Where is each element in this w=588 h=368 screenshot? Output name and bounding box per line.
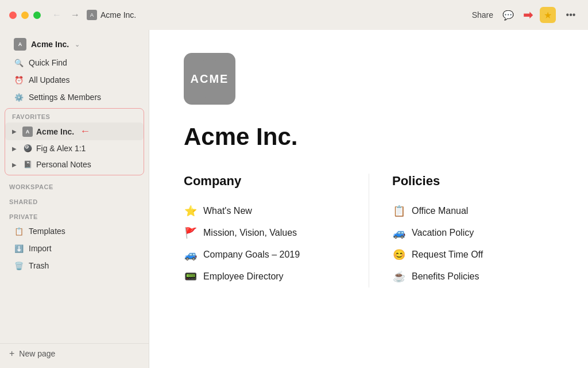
traffic-lights xyxy=(9,12,41,19)
sidebar-item-label: Trash xyxy=(29,261,49,270)
doc-name: Employee Directory xyxy=(203,271,284,282)
favorites-label: FAVORITES xyxy=(5,111,144,122)
favorite-item-label: Fig & Alex 1:1 xyxy=(36,144,86,153)
doc-link-goals[interactable]: 🚙 Company Goals – 2019 xyxy=(184,244,346,266)
favorite-button[interactable]: ★ xyxy=(540,7,556,23)
doc-name: Company Goals – 2019 xyxy=(203,250,300,260)
sidebar-item-trash[interactable]: 🗑️ Trash xyxy=(5,258,144,274)
doc-link-whats-new[interactable]: ⭐ What's New xyxy=(184,200,346,222)
private-section-label: PRIVATE xyxy=(0,208,149,223)
coffee-emoji: ☕ xyxy=(392,270,406,283)
acme-icon: A xyxy=(22,126,33,137)
main-layout: A Acme Inc. ⌄ 🔍 Quick Find ⏰ All Updates… xyxy=(0,30,588,368)
sidebar-item-label: Settings & Members xyxy=(29,93,101,102)
back-button[interactable]: ← xyxy=(50,8,64,22)
page-title: Acme Inc. xyxy=(184,123,554,151)
sidebar-item-label: Templates xyxy=(29,227,65,236)
policies-heading: Policies xyxy=(392,174,554,189)
sidebar-item-fig-alex[interactable]: ▶ 🎱 Fig & Alex 1:1 xyxy=(5,140,144,156)
car-emoji: 🚙 xyxy=(184,248,198,261)
new-page-label: New page xyxy=(19,349,55,358)
sidebar-item-import[interactable]: ⬇️ Import xyxy=(5,240,144,256)
left-arrow-annotation: ← xyxy=(80,125,90,137)
notebook-icon: 📓 xyxy=(22,159,33,170)
doc-name: Mission, Vision, Values xyxy=(203,228,297,238)
sidebar-item-label: Import xyxy=(29,244,52,253)
company-heading: Company xyxy=(184,174,346,189)
favorites-section: FAVORITES ▶ A Acme Inc. ← ▶ 🎱 Fig & Alex… xyxy=(5,108,144,175)
content-area: ACME Acme Inc. Company ⭐ What's New 🚩 Mi… xyxy=(149,30,588,368)
company-column: Company ⭐ What's New 🚩 Mission, Vision, … xyxy=(184,174,369,288)
shared-section-label: SHARED xyxy=(0,193,149,208)
sidebar-item-personal-notes[interactable]: ▶ 📓 Personal Notes xyxy=(5,156,144,172)
svg-text:ACME: ACME xyxy=(191,72,229,85)
doc-link-vacation-policy[interactable]: 🚙 Vacation Policy xyxy=(392,222,554,244)
sidebar-item-quick-find[interactable]: 🔍 Quick Find xyxy=(5,55,144,71)
workspace-name: Acme Inc. xyxy=(31,40,69,49)
doc-link-mission[interactable]: 🚩 Mission, Vision, Values xyxy=(184,222,346,244)
title-bar-actions: Share 💬 ➡ ★ ••• xyxy=(472,7,579,23)
doc-link-office-manual[interactable]: 📋 Office Manual xyxy=(392,200,554,222)
flag-emoji: 🚩 xyxy=(184,227,198,239)
smile-emoji: 😊 xyxy=(392,248,406,261)
favorite-item-label: Acme Inc. xyxy=(36,127,74,136)
sidebar-item-all-updates[interactable]: ⏰ All Updates xyxy=(5,72,144,88)
sidebar-item-settings[interactable]: ⚙️ Settings & Members xyxy=(5,89,144,105)
arrow-annotation: ➡ xyxy=(523,8,533,22)
breadcrumb-icon: A xyxy=(87,10,97,20)
gear-icon: ⚙️ xyxy=(14,92,24,102)
plus-icon: + xyxy=(9,348,14,359)
doc-name: Office Manual xyxy=(412,206,468,216)
trash-icon: 🗑️ xyxy=(14,260,24,271)
share-button[interactable]: Share xyxy=(472,10,493,20)
chevron-right-icon: ▶ xyxy=(12,162,19,168)
doc-name: Request Time Off xyxy=(412,250,483,260)
doc-link-time-off[interactable]: 😊 Request Time Off xyxy=(392,244,554,266)
star-emoji: ⭐ xyxy=(184,205,198,217)
search-icon: 🔍 xyxy=(14,57,24,68)
fax-emoji: 📟 xyxy=(184,270,198,283)
doc-name: Benefits Policies xyxy=(412,271,479,282)
content-grid: Company ⭐ What's New 🚩 Mission, Vision, … xyxy=(184,174,554,288)
clock-icon: ⏰ xyxy=(14,75,24,85)
sidebar-item-acme-inc[interactable]: ▶ A Acme Inc. ← xyxy=(5,122,144,140)
workspace-selector[interactable]: A Acme Inc. ⌄ xyxy=(5,36,144,53)
title-bar: ← → A Acme Inc. Share 💬 ➡ ★ ••• xyxy=(0,0,588,30)
new-page-button[interactable]: + New page xyxy=(0,344,149,363)
comment-button[interactable]: 💬 xyxy=(500,7,516,23)
workspace-icon: A xyxy=(14,38,26,51)
templates-icon: 📋 xyxy=(14,226,24,236)
clipboard-emoji: 📋 xyxy=(392,205,406,217)
favorite-item-label: Personal Notes xyxy=(36,160,91,169)
doc-link-employee-directory[interactable]: 📟 Employee Directory xyxy=(184,266,346,288)
forward-button[interactable]: → xyxy=(68,8,82,22)
sidebar-item-templates[interactable]: 📋 Templates xyxy=(5,223,144,239)
chevron-right-icon: ▶ xyxy=(12,145,19,152)
page-logo: ACME xyxy=(184,53,235,105)
sidebar: A Acme Inc. ⌄ 🔍 Quick Find ⏰ All Updates… xyxy=(0,30,149,368)
car-emoji: 🚙 xyxy=(392,227,406,239)
minimize-button[interactable] xyxy=(21,12,29,19)
workspace-chevron-icon: ⌄ xyxy=(75,41,80,48)
chevron-right-icon: ▶ xyxy=(12,128,19,135)
close-button[interactable] xyxy=(9,12,17,19)
doc-link-benefits[interactable]: ☕ Benefits Policies xyxy=(392,266,554,288)
policies-column: Policies 📋 Office Manual 🚙 Vacation Poli… xyxy=(369,174,554,288)
breadcrumb: A Acme Inc. xyxy=(87,10,467,20)
doc-name: Vacation Policy xyxy=(412,228,474,238)
billiard-icon: 🎱 xyxy=(22,143,33,154)
doc-name: What's New xyxy=(203,206,252,216)
import-icon: ⬇️ xyxy=(14,243,24,254)
breadcrumb-title: Acme Inc. xyxy=(100,10,136,20)
sidebar-item-label: All Updates xyxy=(29,75,70,85)
workspace-section-label: WORKSPACE xyxy=(0,178,149,193)
fullscreen-button[interactable] xyxy=(33,12,41,19)
more-button[interactable]: ••• xyxy=(563,7,579,23)
sidebar-item-label: Quick Find xyxy=(29,58,67,67)
